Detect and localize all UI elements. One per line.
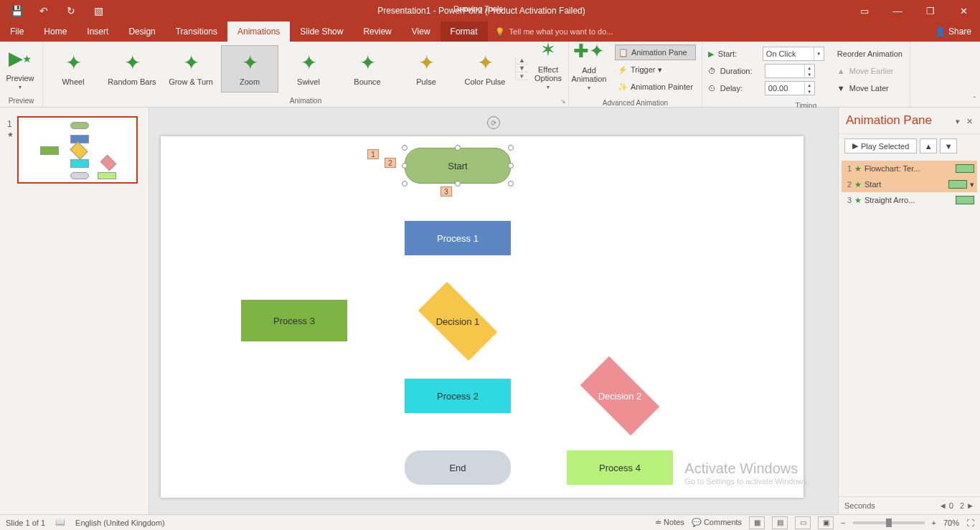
slide-canvas[interactable]: Start 1 2 3 Process 1 Decision 1 Process… (161, 136, 804, 498)
gallery-down[interactable]: ▼ (516, 65, 528, 72)
tab-slideshow[interactable]: Slide Show (290, 22, 353, 42)
star-icon: ✦ (242, 51, 258, 75)
preview-icon: ▶⭑ (9, 48, 32, 70)
shape-process2[interactable]: Process 2 (405, 379, 511, 413)
move-later-button[interactable]: ▼ Move Later (837, 80, 903, 96)
shape-process4[interactable]: Process 4 (567, 450, 673, 485)
comments-button[interactable]: 💬 Comments (692, 518, 742, 527)
fit-to-window-icon[interactable]: ⛶ (966, 519, 974, 527)
anim-zoom[interactable]: ✦Zoom (221, 45, 278, 93)
zoom-in-button[interactable]: + (932, 519, 936, 527)
zoom-value[interactable]: 70% (943, 519, 959, 527)
add-animation-button[interactable]: ✚✦ AddAnimation (569, 44, 609, 95)
move-earlier-button[interactable]: ▲ Move Earlier (837, 63, 903, 79)
anim-label: Swivel (297, 77, 320, 86)
animation-pane-button[interactable]: 📋 Animation Pane (615, 44, 696, 60)
move-later-label: Move Later (849, 84, 889, 93)
rotation-handle-icon[interactable]: ⟳ (487, 116, 500, 129)
anim-tag-1[interactable]: 1 (367, 149, 379, 159)
maximize-icon[interactable]: ❐ (914, 0, 947, 22)
item-index: 3 (844, 196, 852, 204)
title-bar: 💾 ↶ ↻ ▧ Presentation1 - PowerPoint (Prod… (0, 0, 980, 22)
gallery-more[interactable]: ▾ (516, 72, 528, 80)
animation-painter-label: Animation Painter (631, 82, 693, 91)
delay-field[interactable]: 00.00▲▼ (765, 81, 815, 95)
pane-options-icon[interactable]: ▾ (956, 117, 960, 126)
tab-animations[interactable]: Animations (227, 22, 290, 42)
tab-design[interactable]: Design (118, 22, 165, 42)
move-down-button[interactable]: ▼ (940, 138, 957, 153)
tab-format[interactable]: Format (440, 22, 488, 42)
animation-painter-button[interactable]: ✨ Animation Painter (615, 79, 696, 95)
tab-review[interactable]: Review (353, 22, 401, 42)
shape-decision1[interactable]: Decision 1 (407, 293, 508, 350)
collapse-ribbon-icon[interactable]: ˆ (974, 96, 976, 104)
zoom-out-button[interactable]: − (841, 519, 845, 527)
item-index: 2 (844, 180, 852, 189)
tab-insert[interactable]: Insert (77, 22, 118, 42)
animation-gallery: ✦Wheel✦Random Bars✦Grow & Turn✦Zoom✦Swiv… (43, 42, 515, 95)
save-icon[interactable]: 💾 (4, 0, 29, 22)
slideshow-view-icon[interactable]: ▣ (818, 516, 834, 529)
anim-color-pulse[interactable]: ✦Color Pulse (456, 45, 514, 93)
slide-indicator: Slide 1 of 1 (6, 519, 45, 527)
animation-pane: Animation Pane ▾ ✕ ▶ Play Selected ▲ ▼ 1… (838, 108, 980, 514)
spellcheck-icon[interactable]: 📖 (55, 518, 65, 527)
shape-end[interactable]: End (405, 450, 511, 485)
trigger-button[interactable]: ⚡ Trigger ▾ (615, 62, 696, 77)
pane-zoom-value: 2 (960, 501, 964, 510)
anim-swivel[interactable]: ✦Swivel (280, 45, 337, 93)
comments-label: Comments (704, 518, 742, 526)
shape-process1[interactable]: Process 1 (405, 221, 511, 255)
anim-item-3[interactable]: 3★Straight Arro... (842, 192, 977, 208)
anim-item-1[interactable]: 1★Flowchart: Ter... (842, 161, 977, 176)
item-menu-icon[interactable]: ▾ (970, 180, 974, 189)
minimize-icon[interactable]: — (881, 0, 914, 22)
shape-process3[interactable]: Process 3 (241, 300, 347, 341)
share-label: Share (948, 27, 971, 37)
duration-field[interactable]: ▲▼ (765, 64, 815, 78)
language-indicator[interactable]: English (United Kingdom) (75, 519, 165, 527)
gallery-up[interactable]: ▲ (516, 57, 528, 65)
anim-pulse[interactable]: ✦Pulse (397, 45, 455, 93)
start-from-beginning-icon[interactable]: ▧ (86, 0, 110, 22)
effect-options-label: EffectOptions (534, 65, 562, 82)
anim-random-bars[interactable]: ✦Random Bars (103, 45, 161, 93)
animation-launcher[interactable]: ↘ (560, 98, 566, 105)
tab-home[interactable]: Home (34, 22, 77, 42)
redo-icon[interactable]: ↻ (59, 0, 83, 22)
normal-view-icon[interactable]: ▦ (749, 516, 765, 529)
play-selected-button[interactable]: ▶ Play Selected (844, 138, 917, 153)
slide-thumb-1[interactable]: 1 ★ (17, 116, 138, 184)
start-label: Start: (718, 49, 758, 58)
anim-item-2[interactable]: 2★Start▾ (842, 176, 977, 192)
start-select[interactable]: On Click▼ (763, 47, 824, 61)
shape-start[interactable]: Start (405, 148, 511, 184)
anim-grow-turn[interactable]: ✦Grow & Turn (162, 45, 220, 93)
anim-wheel[interactable]: ✦Wheel (44, 45, 102, 93)
shape-decision2[interactable]: Decision 2 (570, 367, 670, 425)
move-up-button[interactable]: ▲ (920, 138, 937, 153)
anim-tag-3[interactable]: 3 (440, 186, 452, 197)
star-icon: ✦ (477, 51, 494, 75)
share-button[interactable]: 👤 Share (926, 22, 980, 42)
anim-tag-2[interactable]: 2 (385, 158, 396, 168)
group-label-preview: Preview (0, 95, 42, 107)
notes-button[interactable]: ≐ Notes (655, 518, 684, 527)
zoom-slider[interactable] (853, 521, 925, 524)
ribbon-display-icon[interactable]: ▭ (848, 0, 881, 22)
group-advanced-animation: ✚✦ AddAnimation 📋 Animation Pane ⚡ Trigg… (569, 42, 702, 107)
reading-view-icon[interactable]: ▭ (795, 516, 811, 529)
preview-button[interactable]: ▶⭑ Preview (0, 43, 40, 95)
tab-transitions[interactable]: Transitions (166, 22, 227, 42)
anim-label: Pulse (416, 77, 436, 86)
anim-bounce[interactable]: ✦Bounce (339, 45, 396, 93)
tab-view[interactable]: View (402, 22, 440, 42)
tab-file[interactable]: File (0, 22, 34, 42)
pane-close-icon[interactable]: ✕ (966, 117, 973, 126)
animation-pane-controls: ▶ Play Selected ▲ ▼ (839, 134, 980, 158)
effect-options-button[interactable]: ✶ EffectOptions (528, 43, 568, 95)
sorter-view-icon[interactable]: ▤ (772, 516, 788, 529)
undo-icon[interactable]: ↶ (32, 0, 56, 22)
close-icon[interactable]: ✕ (947, 0, 980, 22)
